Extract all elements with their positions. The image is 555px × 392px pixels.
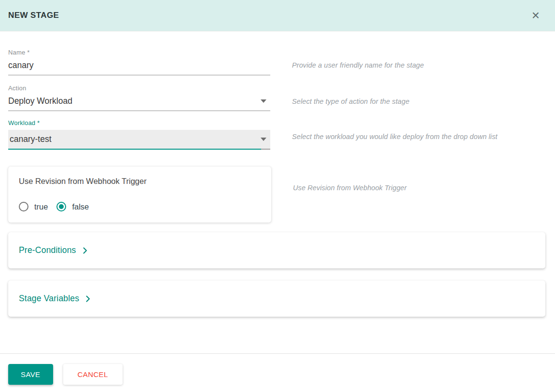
chevron-right-icon (83, 294, 92, 303)
dialog-header: NEW STAGE × (0, 0, 555, 31)
action-underline (8, 111, 270, 111)
radio-option-true[interactable]: true (19, 202, 48, 211)
radio-option-false[interactable]: false (56, 202, 89, 211)
webhook-row: Use Revision from Webhook Trigger true f… (8, 167, 545, 223)
action-label: Action (8, 84, 270, 92)
save-button[interactable]: SAVE (8, 364, 53, 385)
webhook-radio-group: true false (19, 202, 261, 211)
action-helper-text: Select the type of action for the stage (292, 84, 409, 105)
stage-variables-panel[interactable]: Stage Variables (8, 280, 545, 317)
action-select[interactable]: Deploy Workload (8, 95, 270, 107)
name-helper-text: Provide a user friendly name for the sta… (292, 49, 424, 69)
page-title: NEW STAGE (8, 11, 59, 20)
close-icon[interactable]: × (528, 8, 543, 23)
dialog-body: Name * Provide a user friendly name for … (0, 31, 555, 353)
radio-label: true (34, 202, 48, 211)
cancel-button[interactable]: CANCEL (63, 364, 123, 385)
webhook-card-title: Use Revision from Webhook Trigger (19, 177, 261, 186)
name-row: Name * Provide a user friendly name for … (8, 49, 545, 75)
workload-field-group: Workload * canary-test (8, 119, 270, 150)
name-field-group: Name * (8, 49, 270, 75)
dialog-footer: SAVE CANCEL (0, 353, 555, 392)
pre-conditions-panel[interactable]: Pre-Conditions (8, 232, 545, 268)
name-underline (8, 75, 270, 75)
radio-circle-icon (19, 202, 28, 211)
radio-dot (59, 204, 64, 209)
name-input[interactable] (8, 59, 270, 71)
action-field-group: Action Deploy Workload (8, 84, 270, 111)
stage-variables-label: Stage Variables (19, 294, 79, 304)
radio-label: false (72, 202, 89, 211)
workload-select[interactable]: canary-test (8, 130, 270, 149)
webhook-helper-text: Use Revision from Webhook Trigger (293, 167, 407, 192)
workload-underline-focused (8, 149, 270, 150)
radio-dot (21, 204, 26, 209)
chevron-right-icon (81, 246, 89, 255)
pre-conditions-label: Pre-Conditions (19, 245, 76, 255)
webhook-revision-card: Use Revision from Webhook Trigger true f… (8, 167, 271, 223)
workload-row: Workload * canary-test Select the worklo… (8, 119, 545, 150)
workload-label: Workload * (8, 119, 270, 126)
dropdown-arrow-icon (261, 138, 266, 141)
workload-select-value: canary-test (10, 133, 256, 145)
action-row: Action Deploy Workload Select the type o… (8, 84, 545, 111)
action-select-value: Deploy Workload (8, 95, 256, 107)
workload-helper-text: Select the workload you would like deplo… (292, 119, 498, 140)
radio-circle-icon (56, 202, 66, 211)
new-stage-dialog: NEW STAGE × Name * Provide a user friend… (0, 0, 555, 392)
name-label: Name * (8, 49, 270, 56)
dropdown-arrow-icon (261, 99, 266, 103)
